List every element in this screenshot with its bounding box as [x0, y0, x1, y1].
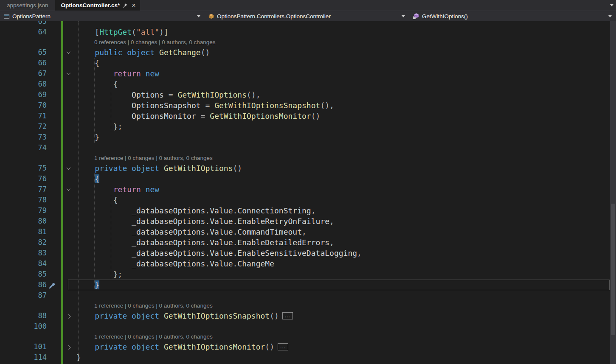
line-number: 66 [0, 58, 47, 68]
collapsed-region[interactable]: ... [282, 312, 293, 319]
code-line: 83 _databaseOptions.Value.EnableSensitiv… [0, 248, 616, 258]
line-number: 87 [0, 290, 47, 301]
fold-expand-icon[interactable] [64, 342, 73, 352]
line-number: 71 [0, 111, 47, 121]
code-line: 65 public object GetChange() [0, 47, 616, 58]
project-icon [3, 13, 10, 20]
fold-expand-icon[interactable] [64, 311, 73, 321]
tab-optionscontroller-cs[interactable]: OptionsController.cs* × [55, 0, 140, 11]
codelens-line: 0 references | 0 changes | 0 authors, 0 … [0, 37, 616, 47]
codelens-line: 1 reference | 0 changes | 0 authors, 0 c… [0, 332, 616, 342]
code-line: 100 [0, 321, 616, 332]
code-text: { [76, 174, 99, 184]
class-icon [208, 13, 214, 20]
code-line: 81 _databaseOptions.Value.CommandTimeout… [0, 227, 616, 237]
line-number: 67 [0, 68, 47, 79]
code-text: { [76, 58, 99, 68]
project-dropdown[interactable]: OptionsPattern [0, 11, 205, 21]
code-line: 70 OptionsSnapshot = GetWithIOptionsSnap… [0, 100, 616, 111]
fold-collapse-icon[interactable] [64, 184, 73, 195]
code-line: 88 private object GetWithIOptionsSnapsho… [0, 311, 616, 321]
code-text: OptionsMonitor = GetWithIOptionsMonitor(… [76, 111, 320, 121]
scrollbar-thumb[interactable] [611, 204, 615, 335]
codelens-text[interactable]: 1 reference | 0 changes | 0 authors, 0 c… [94, 301, 213, 311]
tab-bar: appsettings.json OptionsController.cs* × [0, 0, 616, 11]
pin-icon[interactable] [123, 3, 128, 8]
code-text: private object GetWithIOptionsSnapshot()… [76, 311, 293, 321]
code-text: } [76, 352, 81, 363]
codelens-text[interactable]: 0 references | 0 changes | 0 authors, 0 … [94, 37, 215, 47]
code-line: 84 _databaseOptions.Value.ChangeMe [0, 258, 616, 269]
fold-collapse-icon[interactable] [64, 47, 73, 58]
code-line: 66 { [0, 58, 616, 68]
code-line: 68 { [0, 79, 616, 90]
code-line: 75 private object GetWithIOptions() [0, 163, 616, 174]
fold-collapse-icon[interactable] [64, 68, 73, 79]
code-text: _databaseOptions.Value.EnableDetailedErr… [76, 237, 334, 248]
code-text: } [76, 132, 99, 143]
method-icon [413, 13, 419, 20]
code-text: { [76, 195, 118, 205]
line-number: 81 [0, 227, 47, 237]
codelens-text[interactable]: 1 reference | 0 changes | 0 authors, 0 c… [94, 153, 213, 163]
code-line: 67 return new [0, 68, 616, 79]
chevron-down-icon [197, 15, 200, 17]
member-dropdown[interactable]: GetWithIOptions() [409, 11, 616, 21]
code-line: 72 }; [0, 121, 616, 132]
line-number: 64 [0, 27, 47, 37]
code-text: } [76, 280, 99, 290]
code-line: 63 [0, 21, 616, 27]
code-text: _databaseOptions.Value.CommandTimeout, [76, 227, 307, 237]
code-line: 85 }; [0, 269, 616, 280]
line-number: 86 [0, 280, 47, 290]
line-number: 83 [0, 248, 47, 258]
code-text: _databaseOptions.Value.ChangeMe [76, 258, 274, 269]
tab-appsettings-json[interactable]: appsettings.json [0, 0, 55, 11]
code-text: }; [76, 121, 122, 132]
navigation-bar: OptionsPattern OptionsPattern.Controller… [0, 11, 616, 21]
code-line: 69 Options = GetWithIOptions(), [0, 90, 616, 100]
collapsed-region[interactable]: ... [278, 343, 288, 350]
member-dropdown-label: GetWithIOptions() [422, 13, 468, 20]
line-number: 80 [0, 216, 47, 227]
vertical-scrollbar[interactable] [610, 21, 616, 364]
code-line: 80 _databaseOptions.Value.EnableRetryOnF… [0, 216, 616, 227]
code-line: 79 _databaseOptions.Value.ConnectionStri… [0, 205, 616, 216]
code-line: 71 OptionsMonitor = GetWithIOptionsMonit… [0, 111, 616, 121]
eyedropper-icon[interactable] [48, 281, 55, 288]
line-number: 76 [0, 174, 47, 184]
code-line: 114} [0, 352, 616, 363]
code-lines: 6364 [HttpGet("all")]0 references | 0 ch… [0, 21, 616, 363]
line-number: 63 [0, 21, 47, 27]
code-line: 82 _databaseOptions.Value.EnableDetailed… [0, 237, 616, 248]
line-number: 84 [0, 258, 47, 269]
current-line-highlight [68, 280, 610, 290]
code-text: _databaseOptions.Value.EnableRetryOnFail… [76, 216, 334, 227]
line-number: 75 [0, 163, 47, 174]
line-number: 82 [0, 237, 47, 248]
code-text: Options = GetWithIOptions(), [76, 90, 261, 100]
line-number: 79 [0, 205, 47, 216]
line-number: 74 [0, 143, 47, 153]
line-number: 68 [0, 79, 47, 90]
line-number: 85 [0, 269, 47, 280]
code-text: _databaseOptions.Value.EnableSensitiveDa… [76, 248, 362, 258]
code-text: _databaseOptions.Value.ConnectionString, [76, 205, 316, 216]
code-line: 101 private object GetWithIOptionsMonito… [0, 342, 616, 352]
tab-label: OptionsController.cs* [61, 2, 120, 8]
close-icon[interactable]: × [132, 2, 135, 9]
tab-list-dropdown-icon[interactable] [610, 4, 613, 6]
code-text: public object GetChange() [76, 47, 210, 58]
line-number: 72 [0, 121, 47, 132]
type-dropdown[interactable]: OptionsPattern.Controllers.OptionsContro… [205, 11, 409, 21]
fold-collapse-icon[interactable] [64, 163, 73, 174]
code-text: private object GetWithIOptions() [76, 163, 242, 174]
code-editor[interactable]: 6364 [HttpGet("all")]0 references | 0 ch… [0, 21, 616, 364]
codelens-text[interactable]: 1 reference | 0 changes | 0 authors, 0 c… [94, 332, 213, 342]
code-line: 78 { [0, 195, 616, 205]
line-number: 78 [0, 195, 47, 205]
line-number: 70 [0, 100, 47, 111]
line-number: 77 [0, 184, 47, 195]
code-line: 76 { [0, 174, 616, 184]
chevron-down-icon [402, 15, 405, 17]
